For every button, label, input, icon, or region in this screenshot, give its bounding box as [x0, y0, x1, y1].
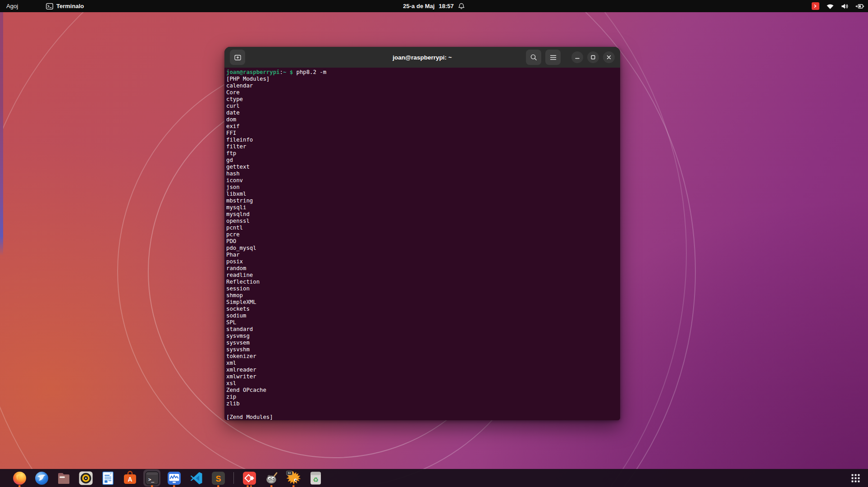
- wine-app-64-icon: 64: [286, 471, 301, 486]
- dock-item-software-updater[interactable]: ♻: [307, 469, 324, 487]
- terminal-line: filter: [226, 143, 620, 150]
- firefox-icon: [12, 471, 27, 486]
- dock-item-files[interactable]: [55, 469, 72, 487]
- dock-item-wine-app-64[interactable]: 64: [285, 469, 302, 487]
- terminal-line: session: [226, 285, 620, 292]
- dock-item-terminal[interactable]: >_: [143, 469, 160, 487]
- wallpaper-edge-glow: [0, 12, 3, 256]
- terminal-output[interactable]: joan@raspberrypi:~ $ php8.2 -m [PHP Modu…: [224, 68, 620, 420]
- close-button[interactable]: [603, 51, 615, 63]
- app-center-icon: A: [123, 471, 137, 486]
- prompt-line: joan@raspberrypi:~ $ php8.2 -m: [226, 69, 620, 76]
- wifi-icon: [826, 3, 834, 9]
- clock-menu[interactable]: 25-a de Maj 18:57: [403, 0, 465, 12]
- terminal-line: curl: [226, 103, 620, 110]
- dock-item-sublime-text[interactable]: S: [210, 469, 227, 487]
- minimize-button[interactable]: [571, 51, 583, 63]
- terminal-line: zlib: [226, 400, 620, 407]
- terminal-line: tokenizer: [226, 353, 620, 360]
- activities-button[interactable]: Agoj: [0, 0, 24, 12]
- terminal-line: Core: [226, 89, 620, 96]
- terminal-line: date: [226, 110, 620, 116]
- window-title: joan@raspberrypi: ~: [393, 54, 452, 61]
- terminal-line: xml: [226, 360, 620, 367]
- dock-item-system-monitor[interactable]: [165, 469, 183, 487]
- menu-button[interactable]: [545, 50, 561, 65]
- running-indicator: [292, 485, 295, 487]
- terminal-line: gd: [226, 157, 620, 164]
- focused-app-menu[interactable]: Terminalo: [46, 3, 84, 9]
- running-indicator: [270, 485, 273, 487]
- running-indicator: [247, 485, 252, 487]
- running-indicator: [173, 485, 175, 487]
- terminal-line: xsl: [226, 380, 620, 387]
- dock-item-anydesk[interactable]: [241, 469, 258, 487]
- dock-item-firefox[interactable]: [11, 469, 28, 487]
- battery-charging-icon: [855, 3, 864, 9]
- svg-text:A: A: [128, 476, 132, 483]
- software-updater-icon: ♻: [308, 471, 323, 486]
- terminal-line: FFI: [226, 130, 620, 137]
- prompt-dollar: $: [286, 69, 296, 75]
- focused-app-label: Terminalo: [56, 3, 84, 9]
- anydesk-icon: [242, 471, 257, 486]
- terminal-line: sodium: [226, 312, 620, 319]
- terminal-line: random: [226, 265, 620, 272]
- dock-item-libreoffice-writer[interactable]: [99, 469, 116, 487]
- dock-item-gimp[interactable]: [263, 469, 280, 487]
- terminal-line: pcre: [226, 231, 620, 238]
- terminal-titlebar[interactable]: joan@raspberrypi: ~: [224, 47, 620, 68]
- terminal-line: SPL: [226, 319, 620, 326]
- dock-items: A>_S64♻: [0, 469, 324, 487]
- terminal-line: hash: [226, 170, 620, 177]
- terminal-line: PDO: [226, 238, 620, 245]
- notification-bell-icon: [458, 3, 465, 9]
- terminal-line: pdo_mysql: [226, 245, 620, 252]
- terminal-line: gettext: [226, 164, 620, 170]
- terminal-line: sockets: [226, 306, 620, 312]
- terminal-line: libxml: [226, 191, 620, 198]
- dock-item-rhythmbox[interactable]: [77, 469, 94, 487]
- dock-separator: [233, 472, 234, 484]
- terminal-line: iconv: [226, 177, 620, 184]
- sublime-text-icon: S: [211, 471, 226, 486]
- terminal-line: sysvshm: [226, 346, 620, 353]
- system-tray[interactable]: [812, 0, 864, 12]
- svg-text:S: S: [215, 474, 221, 483]
- terminal-line: posix: [226, 258, 620, 265]
- dock-item-thunderbird[interactable]: [33, 469, 50, 487]
- terminal-line: Phar: [226, 252, 620, 258]
- new-tab-button[interactable]: [230, 50, 245, 65]
- show-applications-button[interactable]: [847, 470, 863, 486]
- terminal-line: shmop: [226, 292, 620, 299]
- search-button[interactable]: [526, 50, 541, 65]
- maximize-button[interactable]: [587, 51, 599, 63]
- rhythmbox-icon: [78, 471, 93, 486]
- terminal-line: dom: [226, 116, 620, 123]
- libreoffice-writer-icon: [101, 471, 115, 486]
- terminal-line: Reflection: [226, 279, 620, 285]
- terminal-line: xmlwriter: [226, 373, 620, 380]
- date-label: 25-a de Maj: [403, 3, 434, 9]
- terminal-line: openssl: [226, 218, 620, 225]
- terminal-line: mysqlnd: [226, 211, 620, 218]
- terminal-line: [226, 407, 620, 414]
- files-icon: [56, 471, 71, 486]
- terminal-line: ctype: [226, 96, 620, 103]
- terminal-line: xmlreader: [226, 367, 620, 373]
- terminal-line: fileinfo: [226, 137, 620, 143]
- vscode-icon: [189, 471, 204, 486]
- dock-item-app-center[interactable]: A: [121, 469, 138, 487]
- terminal-icon: >_: [145, 471, 160, 486]
- terminal-line: sysvmsg: [226, 333, 620, 340]
- terminal-line: readline: [226, 272, 620, 279]
- dock-item-vscode[interactable]: [187, 469, 205, 487]
- terminal-line: SimpleXML: [226, 299, 620, 306]
- terminal-line: [Zend Modules]: [226, 414, 620, 420]
- terminal-line: [PHP Modules]: [226, 76, 620, 83]
- top-bar: Agoj Terminalo 25-a de Maj 18:57: [0, 0, 868, 12]
- terminal-lines: [PHP Modules]calendarCorectypecurldatedo…: [226, 76, 620, 420]
- svg-text:♻: ♻: [313, 476, 319, 483]
- time-label: 18:57: [439, 3, 453, 9]
- terminal-line: zip: [226, 394, 620, 400]
